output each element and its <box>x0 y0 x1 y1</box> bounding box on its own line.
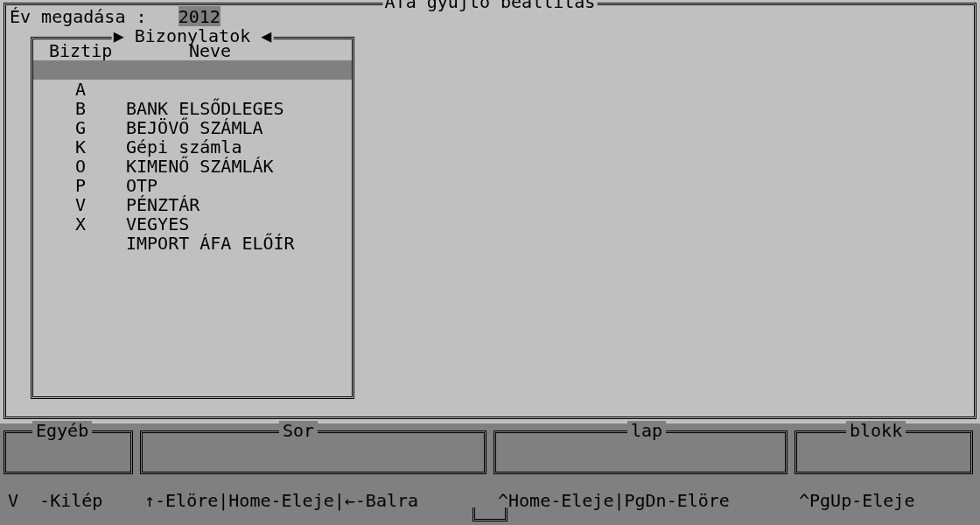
list-item[interactable]: O OTP <box>33 137 352 157</box>
help-box-sor: Sor ↑-Elöre|Home-Eleje|←-Balra ↓-Hátra¤E… <box>140 430 486 474</box>
window-title: Áfa gyűjtő beállítás <box>383 0 598 11</box>
year-label: Év megadása : <box>10 6 147 27</box>
list-item[interactable]: P PÉNZTÁR <box>33 157 352 176</box>
cell-neve: IMPORT ÁFA ELŐÍR <box>126 234 295 253</box>
list-item[interactable]: K KIMENŐ SZÁMLÁK <box>33 118 352 137</box>
col-header-neve: Neve <box>189 41 231 60</box>
cell-neve: VEGYES <box>126 214 189 234</box>
footer-bar: Egyéb V -Kilép F1 -Frissít Sor ↑-Elöre|H… <box>0 424 980 525</box>
help-line: ↑-Elöre|Home-Eleje|←-Balra <box>144 491 482 510</box>
year-field-row: Év megadása : 2012 <box>10 7 220 26</box>
help-line: ^Home-Eleje|PgDn-Elöre <box>498 491 783 510</box>
list-item[interactable]: X IMPORT ÁFA ELŐÍR <box>33 195 352 214</box>
help-label-egyeb: Egyéb <box>32 421 92 440</box>
help-label-sor: Sor <box>279 421 318 440</box>
help-line: ^PgUp-Eleje <box>799 491 969 510</box>
help-box-lap: lap ^Home-Eleje|PgDn-Elöre ^End -Vége=¤P… <box>494 430 788 474</box>
col-header-biztip: Biztip <box>49 41 112 60</box>
help-box-blokk: blokk ^PgUp-Eleje ^PgDn-Vége <box>794 430 973 474</box>
main-window: Áfa gyűjtő beállítás Év megadása : 2012 … <box>4 3 976 419</box>
help-line: V -Kilép <box>8 491 129 510</box>
documents-panel: ▶ Bizonylatok ◀ Biztip Neve A BANK ELSŐD… <box>31 37 354 399</box>
footer-bracket-icon <box>472 508 508 522</box>
cell-biztip: X <box>75 214 86 234</box>
list-item[interactable]: G Gépi számla <box>33 99 352 118</box>
list-item[interactable]: B BEJÖVŐ SZÁMLA <box>33 80 352 99</box>
help-label-blokk: blokk <box>846 421 906 440</box>
list-item[interactable]: V VEGYES <box>33 176 352 195</box>
year-input[interactable]: 2012 <box>178 6 220 27</box>
help-box-egyeb: Egyéb V -Kilép F1 -Frissít <box>4 430 133 474</box>
list-item[interactable]: A BANK ELSŐDLEGES <box>33 60 352 80</box>
help-label-lap: lap <box>627 421 666 440</box>
